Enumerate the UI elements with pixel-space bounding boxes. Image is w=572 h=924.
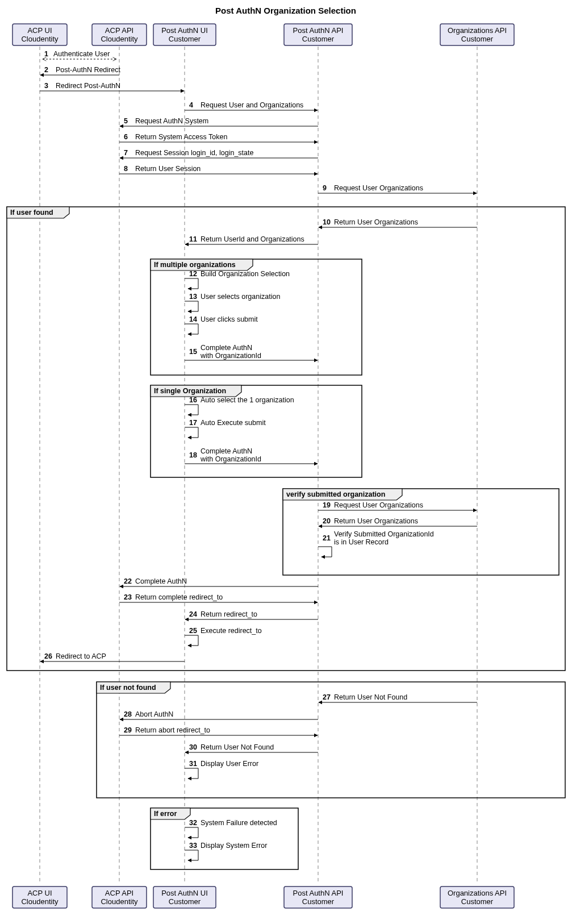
message-arrow-17 [185, 427, 198, 438]
message-text-13: User selects organization [201, 293, 280, 301]
message-text-27: Return User Not Found [334, 693, 407, 701]
fragment-label: If multiple organizations [154, 261, 236, 269]
message-text-22: Complete AuthN [135, 577, 187, 585]
message-num-27: 27 [323, 693, 331, 701]
message-text-3: Redirect Post-AuthN [56, 82, 120, 90]
fragment-label: If single Organization [154, 387, 226, 395]
participant-label-org_api-1: Organizations API [448, 26, 507, 35]
message-num-5: 5 [124, 117, 128, 125]
participant-label-pa_ui-2: Customer [169, 35, 201, 43]
message-num-28: 28 [124, 710, 132, 718]
message-arrow-25 [185, 635, 198, 646]
message-num-7: 7 [124, 149, 128, 157]
participant-label-acp_api-2: Cloudentity [101, 897, 138, 906]
message-num-29: 29 [124, 726, 132, 734]
message-arrow-32 [185, 827, 198, 838]
message-text-20: Return User Organizations [334, 517, 418, 525]
participant-label-pa_api-1: Post AuthN API [293, 26, 344, 35]
message-num-8: 8 [124, 165, 128, 173]
message-arrow-31 [185, 768, 198, 779]
message-text-15: Complete AuthN [201, 344, 252, 352]
message-text-2: Post-AuthN Redirect [56, 66, 120, 74]
participant-label-acp_api-2: Cloudentity [101, 35, 138, 43]
message-text-7: Request Session login_id, login_state [135, 149, 254, 157]
message-num-18: 18 [189, 451, 197, 459]
participant-label-acp_api-1: ACP API [105, 889, 133, 897]
message-text-21: Verify Submitted OrganizationId [334, 530, 434, 538]
message-num-9: 9 [323, 184, 327, 192]
message-arrow-13 [185, 301, 198, 311]
message-text-28: Abort AuthN [135, 710, 173, 718]
message-num-16: 16 [189, 396, 197, 404]
participant-label-org_api-2: Customer [461, 897, 494, 906]
message-num-19: 19 [323, 501, 331, 509]
participant-label-pa_ui-1: Post AuthN UI [161, 26, 208, 35]
message-arrow-12 [185, 278, 198, 289]
message-arrow-21 [318, 547, 332, 557]
message-num-30: 30 [189, 743, 197, 751]
fragment-label: If error [154, 810, 177, 818]
message-text-10: Return User Organizations [334, 218, 418, 226]
participant-label-acp_api-1: ACP API [105, 26, 133, 35]
participant-label-acp_ui-2: Cloudentity [21, 35, 59, 43]
message-text-31: Display User Error [201, 760, 258, 768]
participant-label-pa_api-1: Post AuthN API [293, 889, 344, 897]
message-num-24: 24 [189, 610, 197, 618]
message-num-22: 22 [124, 577, 132, 585]
sequence-diagram: Post AuthN Organization Selection If use… [0, 0, 572, 924]
message-text2-21: is in User Record [334, 538, 389, 546]
message-text-23: Return complete redirect_to [135, 593, 223, 601]
message-num-23: 23 [124, 593, 132, 601]
message-text-25: Execute redirect_to [201, 627, 262, 635]
message-text-14: User clicks submit [201, 315, 258, 323]
message-num-15: 15 [189, 348, 197, 356]
participant-label-org_api-1: Organizations API [448, 889, 507, 897]
message-text-8: Return User Session [135, 165, 201, 173]
message-text-5: Request AuthN System [135, 117, 208, 125]
message-num-13: 13 [189, 293, 197, 301]
message-text-30: Return User Not Found [201, 743, 274, 751]
message-num-14: 14 [189, 315, 197, 323]
message-text-29: Return abort redirect_to [135, 726, 210, 734]
message-num-6: 6 [124, 133, 128, 141]
message-text-17: Auto Execute submit [201, 419, 266, 427]
message-arrow-14 [185, 324, 198, 334]
participant-label-acp_ui-2: Cloudentity [21, 897, 59, 906]
fragment-label: If user found [10, 209, 53, 217]
message-num-25: 25 [189, 627, 197, 635]
participant-label-org_api-2: Customer [461, 35, 494, 43]
participant-label-pa_api-2: Customer [302, 35, 335, 43]
message-text-24: Return redirect_to [201, 610, 257, 618]
message-num-2: 2 [44, 66, 48, 74]
message-num-17: 17 [189, 419, 197, 427]
message-text-12: Build Organization Selection [201, 270, 290, 278]
participant-label-pa_ui-1: Post AuthN UI [161, 889, 208, 897]
participant-label-pa_ui-2: Customer [169, 897, 201, 906]
message-num-1: 1 [44, 50, 48, 58]
message-text-16: Auto select the 1 organization [201, 396, 294, 404]
message-num-11: 11 [189, 235, 197, 243]
message-num-33: 33 [189, 842, 197, 850]
message-text-6: Return System Access Token [135, 133, 227, 141]
message-num-3: 3 [44, 82, 48, 90]
message-text-9: Request User Organizations [334, 184, 423, 192]
message-text-4: Request User and Organizations [201, 101, 303, 109]
message-text-19: Request User Organizations [334, 501, 423, 509]
message-text2-15: with OrganizationId [200, 352, 261, 360]
message-num-4: 4 [189, 101, 193, 109]
message-num-20: 20 [323, 517, 331, 525]
message-num-12: 12 [189, 270, 197, 278]
message-text-11: Return UserId and Organizations [201, 235, 304, 243]
message-arrow-16 [185, 405, 198, 415]
message-num-10: 10 [323, 218, 331, 226]
message-text-18: Complete AuthN [201, 447, 252, 455]
message-text-33: Display System Error [201, 842, 267, 850]
message-text-1: Authenticate User [53, 50, 110, 58]
fragment-box [97, 682, 565, 798]
participant-label-pa_api-2: Customer [302, 897, 335, 906]
fragment-label: verify submitted organization [286, 490, 385, 498]
message-num-31: 31 [189, 760, 197, 768]
message-num-26: 26 [44, 652, 52, 660]
message-num-32: 32 [189, 819, 197, 827]
diagram-title: Post AuthN Organization Selection [215, 6, 356, 15]
